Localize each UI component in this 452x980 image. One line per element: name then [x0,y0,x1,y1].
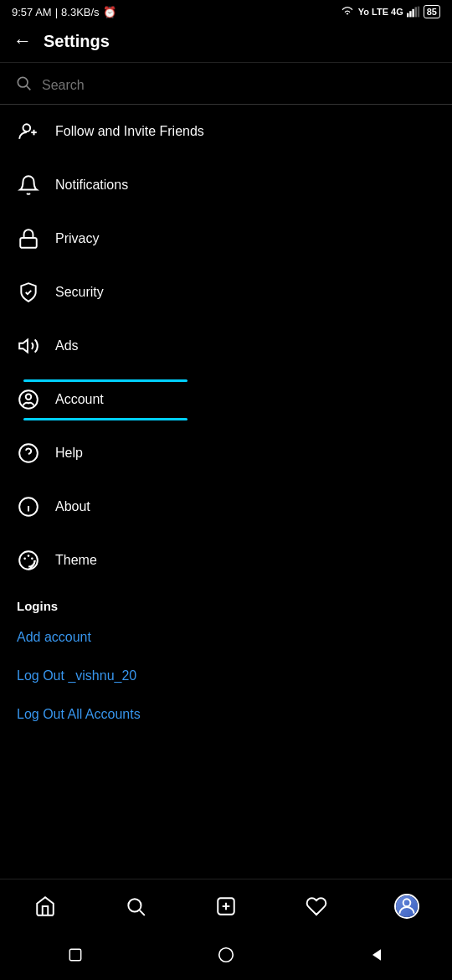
battery-indicator: 85 [424,5,440,18]
search-input[interactable] [42,78,437,93]
logout-all-button[interactable]: Log Out All Accounts [0,695,452,734]
signal-icons: Yo LTE 4G [358,7,403,17]
svg-line-24 [140,910,145,916]
svg-rect-0 [407,13,408,18]
menu-item-account[interactable]: Account [0,373,452,426]
battery-level: 85 [427,7,437,17]
menu-item-about[interactable]: About [0,480,452,534]
add-account-button[interactable]: Add account [0,618,452,657]
menu-label-account: Account [55,392,104,407]
nav-home-button[interactable] [27,888,64,925]
svg-marker-11 [19,339,28,352]
svg-rect-4 [418,7,419,18]
time: 9:57 AM [12,6,52,18]
nav-profile-button[interactable] [388,888,425,925]
info-circle-icon [17,495,40,518]
svg-point-14 [19,444,38,462]
svg-point-28 [403,899,411,906]
menu-label-theme: Theme [55,553,97,568]
svg-point-30 [219,948,234,962]
android-recent-button[interactable] [60,940,90,970]
menu-item-privacy[interactable]: Privacy [0,212,452,266]
menu-label-help: Help [55,446,83,461]
lock-icon [17,227,40,250]
menu-label-ads: Ads [55,338,79,353]
svg-rect-2 [412,9,413,18]
status-right: Yo LTE 4G 85 [340,5,440,18]
svg-point-5 [18,77,28,87]
svg-point-20 [23,558,26,560]
bell-icon [17,173,40,197]
menu-label-follow: Follow and Invite Friends [55,124,204,139]
svg-line-6 [27,86,31,90]
back-button[interactable]: ← [13,30,32,52]
svg-rect-3 [414,7,416,17]
person-plus-icon [17,120,40,143]
nav-icons-row [0,879,452,931]
bottom-nav [0,879,452,980]
megaphone-icon [17,334,40,358]
shield-check-icon [17,281,40,304]
svg-point-22 [31,558,33,560]
menu-item-follow[interactable]: Follow and Invite Friends [0,105,452,158]
nav-search-button[interactable] [117,888,154,925]
menu-item-help[interactable]: Help [0,426,452,480]
svg-point-13 [26,395,32,400]
status-bar: 9:57 AM | 8.3KB/s ⏰ Yo LTE 4G 85 [0,0,452,22]
svg-point-23 [128,899,141,911]
svg-point-21 [28,554,30,557]
logins-section-label: Logins [0,587,452,618]
logout-user-button[interactable]: Log Out _vishnu_20 [0,657,452,695]
cyan-annotation-bottom [23,418,187,420]
network-speed-value: 8.3KB/s [61,6,100,18]
svg-rect-10 [20,238,37,248]
menu-item-notifications[interactable]: Notifications [0,158,452,212]
nav-avatar [394,894,419,919]
header: ← Settings [0,22,452,63]
question-circle-icon [17,441,40,465]
menu-label-notifications: Notifications [55,178,128,193]
menu-label-privacy: Privacy [55,231,99,246]
signal-bars-icon [407,6,420,18]
cyan-annotation-top [23,379,187,382]
android-home-button[interactable] [211,940,241,970]
android-nav [0,931,452,980]
page-title: Settings [44,32,110,51]
menu-item-theme[interactable]: Theme [0,534,452,587]
svg-rect-29 [69,949,80,960]
nav-avatar-inner [396,895,418,917]
wifi-icon [340,6,355,18]
nav-add-button[interactable] [208,888,244,925]
android-back-button[interactable] [362,940,392,970]
network-speed: | [55,6,58,18]
status-left: 9:57 AM | 8.3KB/s ⏰ [12,6,116,18]
svg-rect-1 [409,11,411,17]
svg-point-7 [23,124,31,132]
search-container [0,63,452,105]
menu-label-security: Security [55,285,104,300]
menu-item-ads[interactable]: Ads [0,319,452,373]
search-icon [15,75,32,95]
alarm-icon: ⏰ [103,6,116,18]
svg-marker-31 [372,949,381,960]
person-circle-icon [17,388,40,411]
palette-icon [17,549,40,572]
menu-label-about: About [55,499,90,514]
nav-heart-button[interactable] [298,888,335,925]
menu-item-security[interactable]: Security [0,266,452,319]
menu-list: Follow and Invite Friends Notifications … [0,105,452,587]
